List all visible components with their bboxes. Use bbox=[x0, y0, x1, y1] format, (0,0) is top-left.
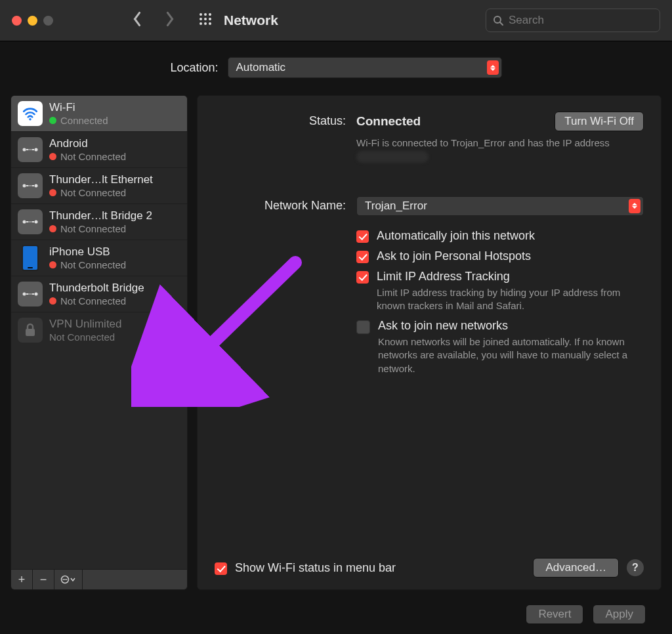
revert-button[interactable]: Revert bbox=[526, 604, 583, 624]
svg-point-16 bbox=[28, 149, 30, 150]
pane-title: Network bbox=[224, 12, 278, 28]
status-value: Connected bbox=[356, 114, 421, 129]
network-name-popup[interactable]: Trojan_Error bbox=[356, 196, 644, 216]
svg-point-12 bbox=[23, 148, 26, 152]
search-field[interactable]: Search bbox=[486, 9, 660, 32]
help-button[interactable]: ? bbox=[627, 559, 644, 576]
service-status: Not Connected bbox=[49, 223, 152, 234]
option-label: Automatically join this network bbox=[377, 229, 535, 243]
option-description: Limit IP address tracking by hiding your… bbox=[377, 286, 644, 313]
service-name: Thunder…lt Bridge 2 bbox=[49, 209, 152, 222]
service-wifi-0[interactable]: Wi-FiConnected bbox=[11, 96, 187, 131]
service-lock-6[interactable]: VPN UnlimitedNot Connected bbox=[11, 312, 187, 348]
service-name: VPN Unlimited bbox=[49, 318, 122, 331]
status-dot-icon bbox=[49, 189, 56, 196]
option-checkbox-0[interactable]: Automatically join this network bbox=[356, 229, 644, 243]
svg-point-33 bbox=[23, 293, 26, 296]
option-label: Ask to join Personal Hotspots bbox=[377, 249, 531, 263]
status-dot-icon bbox=[49, 261, 56, 268]
svg-point-27 bbox=[35, 221, 38, 224]
service-name: iPhone USB bbox=[49, 245, 126, 259]
svg-point-32 bbox=[31, 221, 32, 222]
svg-point-38 bbox=[30, 293, 31, 295]
checkbox-icon bbox=[356, 271, 369, 284]
svg-point-23 bbox=[28, 185, 30, 186]
checkbox-icon bbox=[356, 230, 369, 243]
pane-body: Location: Automatic Wi-FiConnectedAndroi… bbox=[0, 41, 672, 634]
svg-point-5 bbox=[209, 18, 211, 20]
advanced-button[interactable]: Advanced… bbox=[533, 558, 619, 578]
service-name: Wi-Fi bbox=[49, 101, 108, 114]
chevron-right-icon bbox=[165, 11, 175, 27]
nav-back-button[interactable] bbox=[132, 11, 142, 30]
search-placeholder: Search bbox=[509, 14, 544, 27]
network-name-row: Network Name: Trojan_Error bbox=[215, 196, 644, 216]
svg-point-34 bbox=[35, 293, 38, 296]
apply-button[interactable]: Apply bbox=[593, 604, 646, 624]
more-actions-button[interactable] bbox=[54, 570, 83, 589]
remove-service-button[interactable]: − bbox=[33, 570, 54, 589]
option-label: Limit IP Address Tracking bbox=[377, 270, 644, 284]
show-all-prefpanes-button[interactable] bbox=[199, 12, 212, 28]
service-lan-5[interactable]: Thunderbolt BridgeNot Connected bbox=[11, 276, 187, 312]
checkbox-icon bbox=[356, 251, 369, 263]
network-name-label: Network Name: bbox=[215, 196, 346, 213]
status-description: Wi-Fi is connected to Trojan_Error and h… bbox=[356, 137, 644, 163]
svg-point-4 bbox=[204, 18, 207, 20]
svg-point-8 bbox=[209, 22, 211, 25]
svg-point-44 bbox=[66, 579, 68, 580]
status-label: Status: bbox=[215, 112, 346, 128]
svg-point-1 bbox=[204, 13, 207, 16]
svg-point-43 bbox=[64, 579, 66, 580]
option-checkbox-3[interactable]: Ask to join new networksKnown networks w… bbox=[356, 319, 644, 375]
svg-point-26 bbox=[23, 221, 26, 224]
svg-point-6 bbox=[200, 22, 202, 25]
option-checkbox-1[interactable]: Ask to join Personal Hotspots bbox=[356, 249, 644, 263]
chevron-left-icon bbox=[132, 11, 142, 27]
service-status: Not Connected bbox=[49, 187, 153, 198]
checkbox-icon bbox=[356, 320, 370, 334]
service-status: Not Connected bbox=[49, 151, 126, 162]
location-row: Location: Automatic bbox=[10, 57, 662, 78]
svg-point-25 bbox=[31, 185, 32, 186]
service-status: Not Connected bbox=[49, 259, 126, 270]
minimize-window-button[interactable] bbox=[28, 16, 37, 26]
service-name: Android bbox=[49, 137, 126, 150]
svg-line-10 bbox=[500, 22, 503, 25]
show-menu-checkbox[interactable]: Show Wi-Fi status in menu bar bbox=[215, 561, 396, 575]
svg-point-24 bbox=[30, 185, 31, 186]
service-lan-3[interactable]: Thunder…lt Bridge 2Not Connected bbox=[11, 203, 187, 240]
service-status: Connected bbox=[49, 115, 108, 126]
svg-point-30 bbox=[28, 221, 30, 222]
status-dot-icon bbox=[49, 225, 56, 232]
service-name: Thunderbolt Bridge bbox=[49, 282, 144, 295]
option-label: Ask to join new networks bbox=[378, 319, 644, 333]
service-lan-1[interactable]: AndroidNot Connected bbox=[11, 131, 187, 167]
option-checkbox-2[interactable]: Limit IP Address TrackingLimit IP addres… bbox=[356, 270, 644, 313]
app-grid-icon bbox=[199, 12, 212, 26]
add-service-button[interactable]: + bbox=[11, 570, 33, 589]
location-popup[interactable]: Automatic bbox=[228, 57, 502, 78]
svg-point-19 bbox=[23, 184, 26, 188]
service-phone-4[interactable]: iPhone USBNot Connected bbox=[11, 240, 187, 276]
nav-buttons bbox=[132, 11, 175, 30]
zoom-window-button[interactable] bbox=[43, 16, 53, 26]
nav-forward-button[interactable] bbox=[165, 11, 175, 30]
svg-point-31 bbox=[30, 221, 31, 222]
svg-point-11 bbox=[29, 118, 31, 120]
options-checklist: Automatically join this networkAsk to jo… bbox=[356, 229, 644, 375]
close-window-button[interactable] bbox=[12, 16, 22, 26]
svg-point-37 bbox=[28, 293, 30, 295]
service-lan-2[interactable]: Thunder…lt EthernetNot Connected bbox=[11, 167, 187, 203]
svg-point-18 bbox=[31, 149, 32, 150]
columns: Wi-FiConnectedAndroidNot ConnectedThunde… bbox=[10, 95, 662, 590]
svg-point-39 bbox=[31, 293, 32, 295]
service-status: Not Connected bbox=[49, 295, 144, 306]
status-dot-icon bbox=[49, 153, 56, 160]
svg-point-13 bbox=[35, 148, 38, 152]
redacted-ip bbox=[356, 151, 429, 163]
window-traffic-lights bbox=[12, 16, 53, 26]
service-name: Thunder…lt Ethernet bbox=[49, 173, 153, 186]
toggle-wifi-button[interactable]: Turn Wi-Fi Off bbox=[555, 112, 644, 131]
service-status: Not Connected bbox=[49, 331, 122, 343]
